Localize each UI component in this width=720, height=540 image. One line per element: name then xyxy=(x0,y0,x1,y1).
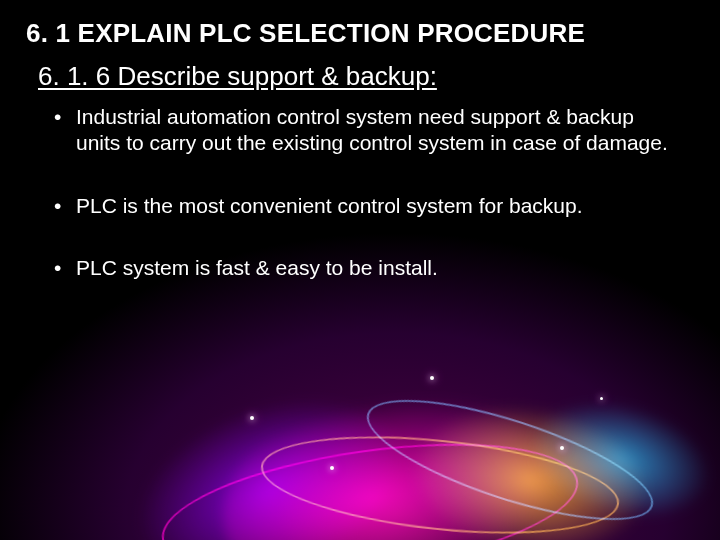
slide-subtitle: 6. 1. 6 Describe support & backup: xyxy=(38,61,692,92)
slide-title: 6. 1 EXPLAIN PLC SELECTION PROCEDURE xyxy=(24,18,692,49)
bullet-item: PLC is the most convenient control syste… xyxy=(54,189,692,223)
bullet-item: Industrial automation control system nee… xyxy=(54,100,692,161)
bullet-list: Industrial automation control system nee… xyxy=(24,100,692,285)
slide-content: 6. 1 EXPLAIN PLC SELECTION PROCEDURE 6. … xyxy=(0,0,720,285)
slide: 6. 1 EXPLAIN PLC SELECTION PROCEDURE 6. … xyxy=(0,0,720,540)
bullet-item: PLC system is fast & easy to be install. xyxy=(54,251,692,285)
